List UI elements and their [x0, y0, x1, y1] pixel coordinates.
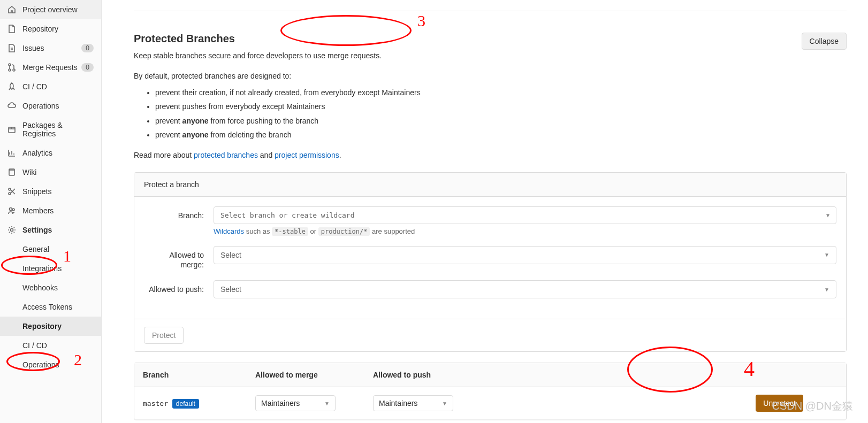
- chart-icon: [7, 149, 16, 157]
- issues-badge: 0: [81, 44, 94, 52]
- sidebar-sub-label: Repository: [22, 322, 94, 330]
- sidebar-sub-label: Access Tokens: [22, 303, 94, 311]
- sidebar-item-label: Issues: [22, 44, 81, 52]
- mr-badge: 0: [81, 63, 94, 72]
- col-merge-header: Allowed to merge: [247, 363, 364, 387]
- svg-point-8: [12, 209, 14, 211]
- sidebar-item-operations[interactable]: Operations: [0, 96, 101, 116]
- sidebar-sub-operations[interactable]: Operations: [0, 355, 101, 374]
- table-header: Branch Allowed to merge Allowed to push: [134, 363, 846, 387]
- issues-icon: [7, 44, 16, 52]
- sidebar-sub-general[interactable]: General: [0, 240, 101, 259]
- merge-select-value: Select: [220, 251, 241, 259]
- home-icon: [7, 5, 16, 14]
- sidebar-item-label: Members: [22, 206, 94, 215]
- col-action-header: [482, 363, 846, 387]
- sidebar-item-label: Wiki: [22, 168, 94, 176]
- book-icon: [7, 168, 16, 176]
- svg-point-9: [11, 229, 13, 232]
- branch-label: Branch:: [144, 206, 214, 220]
- package-icon: [7, 125, 16, 134]
- rocket-icon: [7, 82, 16, 91]
- sidebar-item-merge-requests[interactable]: Merge Requests 0: [0, 58, 101, 77]
- col-branch-header: Branch: [134, 363, 247, 387]
- protect-button[interactable]: Protect: [144, 327, 184, 344]
- wildcard-hint: Wildcards such as *-stable or production…: [214, 227, 836, 235]
- bullet-item: prevent anyone from force pushing to the…: [155, 115, 847, 127]
- svg-point-7: [10, 208, 12, 211]
- by-default-text: By default, protected branches are desig…: [134, 70, 847, 82]
- sidebar-item-label: Operations: [22, 102, 94, 110]
- card-footer: Protect: [134, 319, 846, 351]
- chevron-down-icon: ▼: [824, 287, 829, 293]
- sidebar-sub-access-tokens[interactable]: Access Tokens: [0, 297, 101, 317]
- section-intro: Keep stable branches secure and force de…: [134, 50, 847, 61]
- sidebar: Project overview Repository Issues 0 Mer…: [0, 0, 102, 423]
- sidebar-item-label: CI / CD: [22, 82, 94, 91]
- svg-point-0: [9, 64, 11, 66]
- push-label: Allowed to push:: [144, 280, 214, 294]
- collapse-button[interactable]: Collapse: [802, 33, 847, 50]
- sidebar-item-label: Repository: [22, 25, 94, 33]
- members-icon: [7, 206, 16, 215]
- sidebar-item-snippets[interactable]: Snippets: [0, 182, 101, 201]
- sidebar-sub-repository[interactable]: Repository: [0, 317, 101, 336]
- col-push-header: Allowed to push: [364, 363, 482, 387]
- unprotect-button[interactable]: Unprotect: [756, 395, 803, 412]
- branch-name: master: [143, 399, 168, 407]
- merge-label: Allowed to merge:: [144, 246, 214, 270]
- wildcards-link[interactable]: Wildcards: [214, 227, 244, 235]
- project-permissions-link[interactable]: project permissions: [275, 151, 339, 159]
- scissors-icon: [7, 187, 16, 196]
- section-header: Protected Branches Collapse: [134, 11, 847, 50]
- row-push-select[interactable]: Maintainers ▼: [373, 395, 453, 411]
- main-content: Protected Branches Collapse Keep stable …: [102, 0, 868, 423]
- bullet-item: prevent their creation, if not already c…: [155, 87, 847, 98]
- cloud-icon: [7, 102, 16, 110]
- sidebar-sub-label: CI / CD: [22, 341, 94, 350]
- sidebar-item-label: Settings: [22, 226, 94, 234]
- sidebar-sub-integrations[interactable]: Integrations: [0, 259, 101, 278]
- section-description: By default, protected branches are desig…: [134, 70, 847, 161]
- merge-icon: [7, 63, 16, 72]
- sidebar-sub-label: Operations: [22, 360, 94, 369]
- branch-select-value: Select branch or create wildcard: [220, 211, 354, 219]
- branch-select[interactable]: Select branch or create wildcard ▼: [214, 206, 836, 224]
- action-cell: Unprotect: [482, 387, 846, 419]
- sidebar-item-cicd[interactable]: CI / CD: [0, 77, 101, 96]
- push-select-value: Select: [220, 285, 241, 294]
- row-merge-value: Maintainers: [261, 399, 300, 407]
- svg-point-5: [9, 193, 11, 195]
- sidebar-item-settings[interactable]: Settings: [0, 220, 101, 240]
- sidebar-item-wiki[interactable]: Wiki: [0, 163, 101, 182]
- default-badge: default: [172, 399, 199, 409]
- chevron-down-icon: ▼: [442, 401, 447, 406]
- sidebar-item-members[interactable]: Members: [0, 201, 101, 220]
- card-header: Protect a branch: [134, 173, 846, 197]
- sidebar-item-analytics[interactable]: Analytics: [0, 143, 101, 163]
- sidebar-sub-label: Integrations: [22, 264, 94, 273]
- file-icon: [7, 25, 16, 33]
- push-select[interactable]: Select ▼: [214, 280, 836, 298]
- push-row: Allowed to push: Select ▼: [144, 280, 836, 298]
- sidebar-item-overview[interactable]: Project overview: [0, 0, 101, 19]
- sidebar-item-repository[interactable]: Repository: [0, 19, 101, 39]
- gear-icon: [7, 226, 16, 234]
- chevron-down-icon: ▼: [324, 401, 330, 406]
- row-merge-select[interactable]: Maintainers ▼: [255, 395, 336, 411]
- protected-branches-link[interactable]: protected branches: [194, 151, 258, 159]
- branch-row: Branch: Select branch or create wildcard…: [144, 206, 836, 235]
- sidebar-sub-webhooks[interactable]: Webhooks: [0, 278, 101, 297]
- sidebar-item-issues[interactable]: Issues 0: [0, 39, 101, 58]
- sidebar-sub-label: General: [22, 245, 94, 253]
- svg-point-2: [13, 69, 15, 71]
- chevron-down-icon: ▼: [824, 252, 829, 258]
- sidebar-sub-label: Webhooks: [22, 283, 94, 292]
- sidebar-sub-cicd[interactable]: CI / CD: [0, 336, 101, 355]
- sidebar-item-label: Snippets: [22, 187, 94, 196]
- bullet-item: prevent pushes from everybody except Mai…: [155, 101, 847, 112]
- svg-rect-3: [9, 127, 15, 133]
- sidebar-item-packages[interactable]: Packages & Registries: [0, 116, 101, 143]
- merge-select[interactable]: Select ▼: [214, 246, 836, 264]
- sidebar-item-label: Analytics: [22, 149, 94, 157]
